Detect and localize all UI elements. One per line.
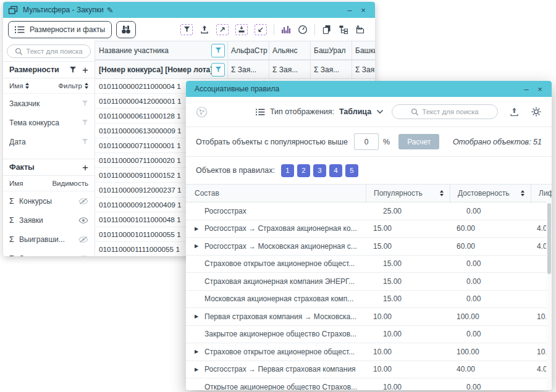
rule-count-button-2[interactable]: 2 — [297, 164, 310, 177]
rule-row[interactable]: Закрытое акционерное общество Страхов...… — [186, 326, 552, 344]
participant-column-header[interactable]: АльфаСтр — [227, 41, 269, 59]
sort-icon[interactable] — [521, 190, 524, 196]
rule-composition-cell: ▶Росгосстрах → Московская акционерная с.… — [186, 238, 366, 255]
filter-icon[interactable] — [82, 119, 88, 126]
rule-composition-cell: Росгосстрах — [186, 202, 376, 220]
rule-row[interactable]: Страховая акционерная компания ЭНЕРГ...1… — [186, 273, 552, 291]
column-header-popularity[interactable]: Популярность — [366, 185, 450, 202]
dimension-item[interactable]: Дата — [3, 132, 95, 151]
bar-chart-icon[interactable] — [281, 25, 291, 34]
edit-title-icon[interactable]: ✎ — [107, 6, 114, 15]
dialog-minimize-button[interactable]: – — [520, 85, 533, 94]
dimensions-facts-button[interactable]: Размерности и факты — [8, 21, 112, 38]
participant-column-header[interactable]: Башкирс — [352, 41, 375, 59]
rule-count-button-4[interactable]: 4 — [329, 164, 342, 177]
rule-row[interactable]: ▶Первая страховая компания → Московска..… — [186, 308, 552, 326]
expand-arrow-icon[interactable]: ▶ — [195, 243, 204, 249]
rule-row[interactable]: ▶Росгосстрах → Первая страховая компания… — [186, 361, 552, 379]
filter-icon[interactable] — [69, 66, 77, 73]
column-header-composition[interactable]: Состав — [186, 185, 366, 202]
sort-by-name-button[interactable]: Имя — [9, 82, 29, 90]
filter-icon[interactable] — [82, 100, 88, 107]
fact-column-header[interactable]: Σ Зая... — [269, 60, 310, 78]
dimension-item[interactable]: Заказчик — [3, 94, 95, 113]
facts-name-col: Имя — [9, 180, 23, 187]
rule-row[interactable]: ▶Росгосстрах → Московская акционерная с.… — [186, 238, 552, 256]
rule-row[interactable]: ▶Страховое открытое акционерное общест..… — [186, 343, 552, 361]
dialog-close-button[interactable]: × — [533, 85, 547, 94]
confidence-cell: 0.00 — [459, 202, 539, 220]
search-icon — [411, 108, 419, 116]
rule-composition-cell: ▶Первая страховая компания → Московска..… — [186, 308, 366, 325]
participant-column-header[interactable]: БашУрал — [310, 41, 352, 59]
rule-count-button-3[interactable]: 3 — [313, 164, 326, 177]
rule-count-button-5[interactable]: 5 — [345, 164, 358, 177]
graph-view-icon[interactable] — [196, 106, 208, 118]
find-button[interactable] — [116, 21, 136, 38]
dialog-titlebar[interactable]: Ассоциативные правила – × — [186, 81, 552, 97]
add-dimension-button[interactable]: + — [82, 65, 88, 75]
fact-item[interactable]: ΣВыигравши... — [3, 230, 95, 249]
expand-node-icon[interactable] — [216, 24, 229, 35]
expand-arrow-icon[interactable]: ▶ — [195, 367, 204, 372]
export-icon[interactable] — [509, 107, 520, 117]
expand-arrow-icon[interactable]: ▶ — [195, 349, 204, 354]
sort-by-filter-button[interactable]: Фильтр — [58, 82, 88, 90]
filter-icon[interactable] — [82, 138, 88, 145]
fact-item[interactable]: ΣЭкономия — [3, 249, 95, 256]
settings-gear-icon[interactable] — [531, 106, 542, 117]
rule-row[interactable]: Московская акционерная страховая комп...… — [186, 291, 552, 309]
eye-slash-icon[interactable] — [78, 236, 88, 243]
fact-item[interactable]: ΣКонкурсы — [3, 191, 95, 211]
rule-count-button-1[interactable]: 1 — [281, 164, 294, 177]
rule-row[interactable]: Открытое акционерное общество Страхов...… — [186, 378, 552, 390]
list-icon — [256, 108, 265, 116]
show-totals-icon[interactable] — [235, 24, 248, 35]
sort-icon — [85, 83, 88, 89]
fact-column-header[interactable]: Σ Зая... — [352, 60, 375, 78]
participant-name-header[interactable]: Название участника — [95, 41, 227, 59]
eye-icon[interactable] — [78, 217, 88, 224]
participant-column-header[interactable]: Альянс — [269, 41, 310, 59]
minimize-button[interactable]: – — [343, 6, 356, 15]
row-dimension-header[interactable]: [Номер конкурса] [Номер лота] — [95, 60, 227, 78]
add-fact-button[interactable]: + — [82, 162, 88, 173]
sidebar-search-input[interactable]: Текст для поиска — [7, 44, 91, 58]
expand-arrow-icon[interactable]: ▶ — [195, 226, 204, 231]
column-header-confidence[interactable]: Достоверность — [450, 185, 531, 202]
fact-item[interactable]: ΣЗаявки — [3, 211, 95, 230]
toolbar-separator — [314, 24, 315, 35]
gauge-icon[interactable] — [298, 25, 308, 35]
close-button[interactable]: × — [356, 6, 370, 15]
industry-icon[interactable] — [355, 25, 365, 35]
rule-row[interactable]: Росгосстрах25.000.000.00 — [186, 202, 552, 220]
filter-button[interactable] — [211, 44, 225, 57]
filter-button[interactable] — [211, 63, 225, 77]
dialog-search-input[interactable]: Текст для поиска — [392, 104, 498, 119]
collapse-node-icon[interactable] — [255, 24, 267, 35]
main-titlebar[interactable]: Мультисфера - Закупки ✎ – × — [3, 2, 375, 18]
copy-icon[interactable] — [322, 25, 332, 35]
eye-slash-icon[interactable] — [78, 255, 88, 257]
vertical-scrollbar[interactable] — [546, 201, 552, 390]
rules-table: Состав Популярность Достоверность Лифт Р… — [186, 184, 552, 390]
sort-icon[interactable] — [440, 190, 444, 196]
rule-name: Открытое акционерное общество Страхов... — [204, 383, 357, 390]
fact-column-header[interactable]: Σ Зая... — [310, 60, 352, 78]
filter-icon[interactable] — [180, 24, 193, 35]
expand-arrow-icon[interactable]: ▶ — [195, 314, 204, 319]
rule-row[interactable]: Страховое открытое акционерное общест...… — [186, 256, 552, 273]
export-icon[interactable] — [200, 25, 209, 35]
popularity-threshold-input[interactable] — [354, 133, 379, 150]
calculate-button[interactable]: Расчет — [398, 134, 439, 149]
rule-row[interactable]: ▶Росгосстрах → Страховая акционерная ко.… — [186, 220, 552, 238]
display-type-dropdown[interactable]: Тип отображения: Таблица — [256, 107, 384, 116]
dimension-label: Дата — [9, 138, 82, 146]
scrollbar-thumb[interactable] — [547, 203, 551, 274]
eye-slash-icon[interactable] — [78, 198, 88, 205]
sigma-icon: Σ — [9, 197, 19, 206]
structure-icon[interactable] — [339, 25, 348, 35]
dimension-item[interactable]: Тема конкурса — [3, 113, 95, 132]
column-header-lift[interactable]: Лифт — [531, 185, 552, 202]
fact-column-header[interactable]: Σ Зая... — [227, 60, 269, 78]
